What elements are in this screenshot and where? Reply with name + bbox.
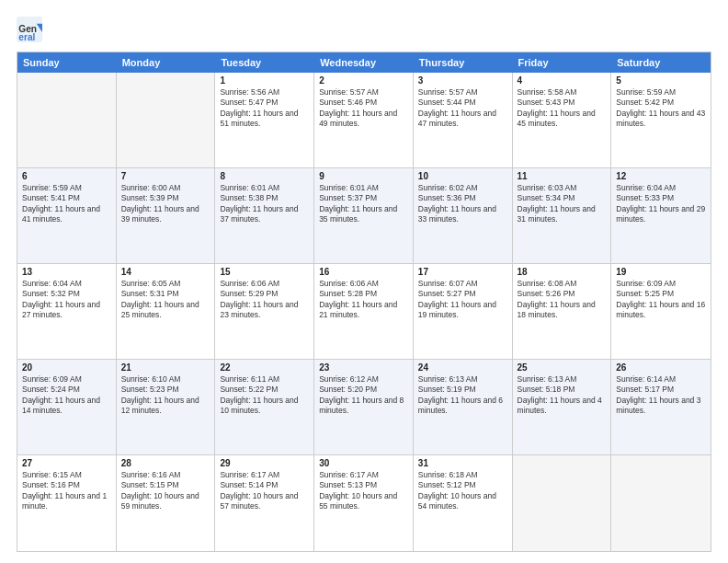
day-info: Sunrise: 6:04 AM Sunset: 5:33 PM Dayligh… bbox=[616, 183, 706, 225]
cal-cell: 1Sunrise: 5:56 AM Sunset: 5:47 PM Daylig… bbox=[215, 73, 314, 167]
day-number: 23 bbox=[319, 362, 408, 373]
day-info: Sunrise: 6:13 AM Sunset: 5:19 PM Dayligh… bbox=[418, 374, 507, 417]
day-number: 2 bbox=[319, 75, 408, 86]
day-number: 7 bbox=[121, 171, 210, 181]
day-info: Sunrise: 6:05 AM Sunset: 5:31 PM Dayligh… bbox=[121, 279, 210, 321]
day-info: Sunrise: 5:56 AM Sunset: 5:47 PM Dayligh… bbox=[220, 87, 309, 130]
day-info: Sunrise: 6:09 AM Sunset: 5:24 PM Dayligh… bbox=[22, 374, 111, 417]
day-info: Sunrise: 6:07 AM Sunset: 5:27 PM Dayligh… bbox=[418, 279, 507, 321]
day-number: 4 bbox=[518, 75, 607, 86]
cal-cell: 13Sunrise: 6:04 AM Sunset: 5:32 PM Dayli… bbox=[17, 264, 117, 359]
day-info: Sunrise: 5:57 AM Sunset: 5:46 PM Dayligh… bbox=[319, 87, 408, 130]
day-number: 30 bbox=[319, 458, 408, 468]
day-of-week-saturday: Saturday bbox=[611, 52, 711, 73]
day-number: 28 bbox=[121, 458, 210, 468]
day-number: 16 bbox=[319, 267, 408, 277]
cal-cell: 18Sunrise: 6:08 AM Sunset: 5:26 PM Dayli… bbox=[513, 264, 612, 359]
day-info: Sunrise: 5:59 AM Sunset: 5:42 PM Dayligh… bbox=[616, 87, 706, 130]
day-number: 25 bbox=[518, 362, 607, 373]
day-number: 9 bbox=[319, 171, 408, 181]
day-number: 19 bbox=[616, 267, 706, 277]
cal-cell: 21Sunrise: 6:10 AM Sunset: 5:23 PM Dayli… bbox=[117, 360, 216, 454]
day-info: Sunrise: 5:58 AM Sunset: 5:43 PM Dayligh… bbox=[518, 87, 607, 130]
cal-cell: 31Sunrise: 6:18 AM Sunset: 5:12 PM Dayli… bbox=[414, 455, 513, 551]
cal-cell: 14Sunrise: 6:05 AM Sunset: 5:31 PM Dayli… bbox=[117, 264, 216, 359]
cal-cell: 5Sunrise: 5:59 AM Sunset: 5:42 PM Daylig… bbox=[611, 73, 711, 167]
day-number: 3 bbox=[418, 75, 507, 86]
logo: Gen eral bbox=[17, 17, 46, 42]
day-number: 8 bbox=[220, 171, 309, 181]
cal-cell: 22Sunrise: 6:11 AM Sunset: 5:22 PM Dayli… bbox=[215, 360, 314, 454]
cal-cell: 23Sunrise: 6:12 AM Sunset: 5:20 PM Dayli… bbox=[314, 360, 414, 454]
cal-cell bbox=[513, 455, 612, 551]
day-of-week-sunday: Sunday bbox=[17, 52, 117, 73]
day-info: Sunrise: 6:11 AM Sunset: 5:22 PM Dayligh… bbox=[220, 374, 309, 417]
day-number: 31 bbox=[418, 458, 507, 468]
day-number: 18 bbox=[518, 267, 607, 277]
page: Gen eral SundayMondayTuesdayWednesdayThu… bbox=[0, 0, 728, 563]
day-info: Sunrise: 6:06 AM Sunset: 5:28 PM Dayligh… bbox=[319, 279, 408, 321]
day-of-week-thursday: Thursday bbox=[414, 52, 513, 73]
day-of-week-tuesday: Tuesday bbox=[215, 52, 314, 73]
cal-cell: 10Sunrise: 6:02 AM Sunset: 5:36 PM Dayli… bbox=[414, 168, 513, 263]
day-number: 11 bbox=[518, 171, 607, 181]
cal-cell: 4Sunrise: 5:58 AM Sunset: 5:43 PM Daylig… bbox=[513, 73, 612, 167]
cal-cell: 7Sunrise: 6:00 AM Sunset: 5:39 PM Daylig… bbox=[117, 168, 216, 263]
cal-week-4: 20Sunrise: 6:09 AM Sunset: 5:24 PM Dayli… bbox=[17, 360, 711, 455]
day-info: Sunrise: 6:14 AM Sunset: 5:17 PM Dayligh… bbox=[616, 374, 706, 417]
day-info: Sunrise: 6:12 AM Sunset: 5:20 PM Dayligh… bbox=[319, 374, 408, 417]
day-of-week-monday: Monday bbox=[117, 52, 216, 73]
day-info: Sunrise: 5:59 AM Sunset: 5:41 PM Dayligh… bbox=[22, 183, 111, 225]
day-info: Sunrise: 6:03 AM Sunset: 5:34 PM Dayligh… bbox=[518, 183, 607, 225]
cal-cell: 17Sunrise: 6:07 AM Sunset: 5:27 PM Dayli… bbox=[414, 264, 513, 359]
cal-cell: 16Sunrise: 6:06 AM Sunset: 5:28 PM Dayli… bbox=[314, 264, 414, 359]
day-number: 13 bbox=[22, 267, 111, 277]
day-number: 10 bbox=[418, 171, 507, 181]
cal-cell: 8Sunrise: 6:01 AM Sunset: 5:38 PM Daylig… bbox=[215, 168, 314, 263]
day-info: Sunrise: 6:00 AM Sunset: 5:39 PM Dayligh… bbox=[121, 183, 210, 225]
cal-cell bbox=[17, 73, 117, 167]
calendar-body: 1Sunrise: 5:56 AM Sunset: 5:47 PM Daylig… bbox=[17, 73, 711, 551]
cal-cell: 30Sunrise: 6:17 AM Sunset: 5:13 PM Dayli… bbox=[314, 455, 414, 551]
cal-cell bbox=[117, 73, 216, 167]
cal-cell: 25Sunrise: 6:13 AM Sunset: 5:18 PM Dayli… bbox=[513, 360, 612, 454]
header: Gen eral bbox=[17, 17, 711, 42]
cal-week-3: 13Sunrise: 6:04 AM Sunset: 5:32 PM Dayli… bbox=[17, 264, 711, 360]
day-info: Sunrise: 6:18 AM Sunset: 5:12 PM Dayligh… bbox=[418, 470, 507, 512]
cal-cell: 3Sunrise: 5:57 AM Sunset: 5:44 PM Daylig… bbox=[414, 73, 513, 167]
cal-cell: 6Sunrise: 5:59 AM Sunset: 5:41 PM Daylig… bbox=[17, 168, 117, 263]
day-info: Sunrise: 6:17 AM Sunset: 5:13 PM Dayligh… bbox=[319, 470, 408, 512]
cal-cell: 15Sunrise: 6:06 AM Sunset: 5:29 PM Dayli… bbox=[215, 264, 314, 359]
svg-text:eral: eral bbox=[18, 32, 35, 42]
cal-cell: 12Sunrise: 6:04 AM Sunset: 5:33 PM Dayli… bbox=[611, 168, 711, 263]
day-number: 15 bbox=[220, 267, 309, 277]
day-info: Sunrise: 6:02 AM Sunset: 5:36 PM Dayligh… bbox=[418, 183, 507, 225]
day-number: 6 bbox=[22, 171, 111, 181]
cal-cell: 26Sunrise: 6:14 AM Sunset: 5:17 PM Dayli… bbox=[611, 360, 711, 454]
day-info: Sunrise: 5:57 AM Sunset: 5:44 PM Dayligh… bbox=[418, 87, 507, 130]
day-info: Sunrise: 6:17 AM Sunset: 5:14 PM Dayligh… bbox=[220, 470, 309, 512]
day-info: Sunrise: 6:06 AM Sunset: 5:29 PM Dayligh… bbox=[220, 279, 309, 321]
logo-icon: Gen eral bbox=[17, 17, 42, 42]
cal-cell: 27Sunrise: 6:15 AM Sunset: 5:16 PM Dayli… bbox=[17, 455, 117, 551]
day-number: 22 bbox=[220, 362, 309, 373]
day-info: Sunrise: 6:10 AM Sunset: 5:23 PM Dayligh… bbox=[121, 374, 210, 417]
cal-cell: 24Sunrise: 6:13 AM Sunset: 5:19 PM Dayli… bbox=[414, 360, 513, 454]
day-number: 26 bbox=[616, 362, 706, 373]
day-info: Sunrise: 6:15 AM Sunset: 5:16 PM Dayligh… bbox=[22, 470, 111, 512]
cal-cell: 19Sunrise: 6:09 AM Sunset: 5:25 PM Dayli… bbox=[611, 264, 711, 359]
day-number: 20 bbox=[22, 362, 111, 373]
day-number: 24 bbox=[418, 362, 507, 373]
day-of-week-wednesday: Wednesday bbox=[314, 52, 414, 73]
day-info: Sunrise: 6:13 AM Sunset: 5:18 PM Dayligh… bbox=[518, 374, 607, 417]
cal-week-1: 1Sunrise: 5:56 AM Sunset: 5:47 PM Daylig… bbox=[17, 73, 711, 168]
cal-cell: 28Sunrise: 6:16 AM Sunset: 5:15 PM Dayli… bbox=[117, 455, 216, 551]
cal-cell: 29Sunrise: 6:17 AM Sunset: 5:14 PM Dayli… bbox=[215, 455, 314, 551]
cal-cell: 2Sunrise: 5:57 AM Sunset: 5:46 PM Daylig… bbox=[314, 73, 414, 167]
day-number: 27 bbox=[22, 458, 111, 468]
day-info: Sunrise: 6:16 AM Sunset: 5:15 PM Dayligh… bbox=[121, 470, 210, 512]
day-number: 1 bbox=[220, 75, 309, 86]
day-info: Sunrise: 6:01 AM Sunset: 5:37 PM Dayligh… bbox=[319, 183, 408, 225]
day-number: 14 bbox=[121, 267, 210, 277]
day-info: Sunrise: 6:01 AM Sunset: 5:38 PM Dayligh… bbox=[220, 183, 309, 225]
